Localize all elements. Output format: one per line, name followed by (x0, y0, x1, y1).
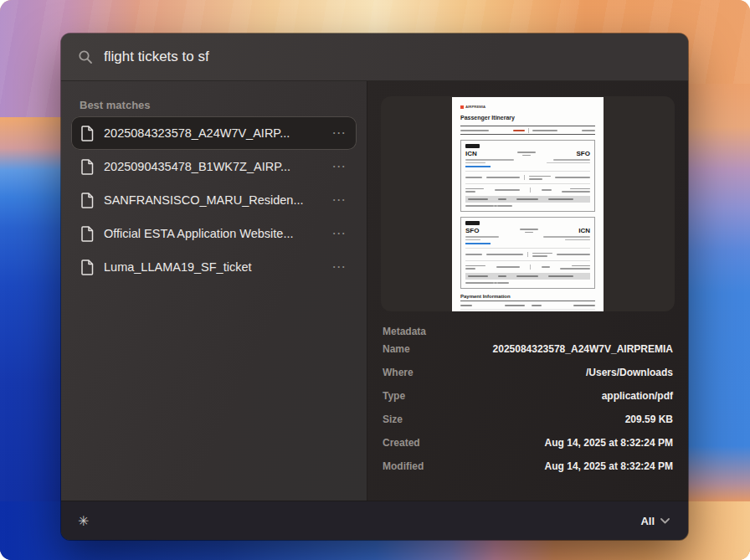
metadata-row: Where /Users/Downloads (383, 361, 673, 384)
chevron-down-icon (660, 518, 670, 524)
metadata-label: Size (383, 414, 403, 425)
preview-panel: AIRPREMIA Passenger Itinerary (367, 81, 688, 501)
doc-title: Passenger Itinerary (460, 115, 595, 121)
doc-link (465, 243, 491, 244)
document-icon (81, 193, 94, 208)
flight-segment-2: SFO ICN (460, 217, 595, 289)
sparkle-icon[interactable]: ✳ (78, 513, 89, 529)
destination-code: SFO (577, 151, 590, 157)
pdf-preview: AIRPREMIA Passenger Itinerary (452, 97, 604, 311)
table-header (465, 273, 590, 280)
filter-label: All (640, 515, 655, 527)
filter-dropdown[interactable]: All (640, 515, 670, 527)
more-options-icon[interactable]: ··· (333, 228, 347, 239)
payment-heading: Payment Information (460, 294, 595, 299)
metadata-row: Type application/pdf (383, 384, 673, 408)
metadata-value: 2025084323578_A24W7V_AIRPREMIA (493, 343, 673, 355)
doc-link (465, 166, 491, 167)
segment-badge (465, 221, 480, 225)
table-header (465, 196, 590, 203)
logo-text: AIRPREMIA (465, 105, 485, 109)
metadata-label: Name (383, 343, 410, 355)
section-label: Best matches (80, 99, 348, 111)
document-icon (81, 259, 94, 275)
document-icon (81, 159, 94, 175)
result-label: SANFRANSISCO_MARU_Residen... (104, 193, 323, 207)
more-options-icon[interactable]: ··· (333, 161, 347, 172)
metadata-value: Aug 14, 2025 at 8:32:24 PM (545, 460, 673, 472)
more-options-icon[interactable]: ··· (333, 194, 347, 206)
metadata-label: Created (383, 437, 420, 449)
result-item[interactable]: Luma_LLAMA19_SF_ticket ··· (71, 250, 357, 284)
metadata-label: Type (383, 390, 405, 402)
flight-segment-1: ICN SFO (460, 140, 595, 212)
logo-mark (460, 105, 464, 109)
result-item[interactable]: 2025084323578_A24W7V_AIRP... ··· (71, 116, 357, 150)
metadata-value: /Users/Downloads (586, 367, 673, 378)
document-icon (81, 226, 94, 242)
spotlight-window: Best matches 2025084323578_A24W7V_AIRP..… (61, 33, 688, 540)
result-item[interactable]: 2025090435478_B1WK7Z_AIRP... ··· (71, 150, 357, 183)
origin-code: SFO (465, 228, 479, 234)
metadata-row: Size 209.59 KB (383, 408, 673, 431)
metadata-row: Created Aug 14, 2025 at 8:32:24 PM (383, 431, 673, 455)
more-options-icon[interactable]: ··· (333, 261, 347, 273)
metadata-label: Where (383, 367, 414, 378)
result-label: Official ESTA Application Website... (104, 227, 323, 240)
metadata-value: 209.59 KB (625, 414, 673, 425)
results-panel: Best matches 2025084323578_A24W7V_AIRP..… (61, 81, 367, 501)
metadata-value: application/pdf (602, 390, 673, 402)
metadata-value: Aug 14, 2025 at 8:32:24 PM (545, 437, 673, 449)
origin-code: ICN (465, 151, 477, 157)
result-item[interactable]: SANFRANSISCO_MARU_Residen... ··· (71, 183, 357, 217)
metadata-label: Modified (383, 460, 424, 472)
footer-bar: ✳ All (61, 501, 688, 540)
document-icon (81, 126, 94, 141)
destination-code: ICN (578, 228, 590, 234)
more-options-icon[interactable]: ··· (333, 127, 347, 139)
result-label: 2025090435478_B1WK7Z_AIRP... (104, 160, 323, 173)
doc-info-row (460, 126, 595, 134)
metadata-section: Metadata Name 2025084323578_A24W7V_AIRPR… (381, 311, 675, 478)
search-bar (61, 33, 688, 81)
metadata-row: Modified Aug 14, 2025 at 8:32:24 PM (383, 455, 673, 478)
result-item[interactable]: Official ESTA Application Website... ··· (71, 217, 357, 250)
main-content: Best matches 2025084323578_A24W7V_AIRP..… (61, 81, 688, 501)
metadata-heading: Metadata (383, 326, 673, 337)
airline-logo: AIRPREMIA (460, 105, 595, 110)
result-label: Luma_LLAMA19_SF_ticket (104, 260, 323, 274)
preview-card: AIRPREMIA Passenger Itinerary (381, 96, 675, 311)
segment-badge (465, 144, 480, 148)
result-label: 2025084323578_A24W7V_AIRP... (104, 126, 323, 140)
metadata-row: Name 2025084323578_A24W7V_AIRPREMIA (383, 337, 673, 361)
divider (460, 134, 595, 135)
search-input[interactable] (104, 49, 671, 65)
desktop: Best matches 2025084323578_A24W7V_AIRP..… (0, 0, 750, 560)
search-icon (78, 49, 93, 64)
